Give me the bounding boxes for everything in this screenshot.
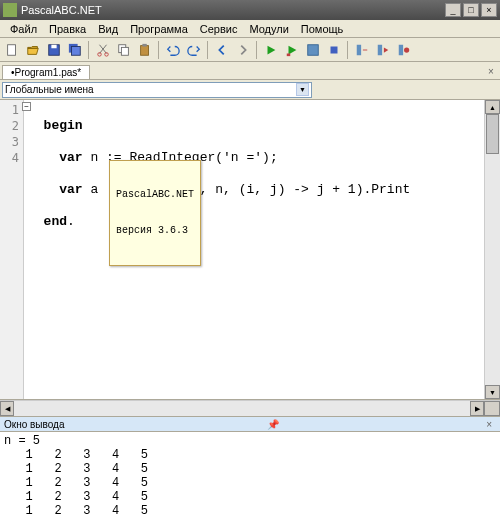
maximize-button[interactable]: □ (463, 3, 479, 17)
svg-rect-15 (378, 44, 382, 55)
step-out-button[interactable] (394, 40, 414, 60)
svg-rect-9 (141, 45, 149, 55)
svg-rect-11 (287, 53, 291, 56)
close-button[interactable]: × (481, 3, 497, 17)
svg-rect-4 (72, 46, 81, 55)
app-icon (3, 3, 17, 17)
output-panel[interactable]: n = 5 1 2 3 4 5 1 2 3 4 5 1 2 3 4 5 1 2 … (0, 432, 500, 517)
stop-button[interactable] (324, 40, 344, 60)
menu-bar: Файл Правка Вид Программа Сервис Модули … (0, 20, 500, 38)
svg-rect-2 (51, 44, 56, 48)
save-button[interactable] (44, 40, 64, 60)
svg-rect-16 (399, 44, 403, 55)
copy-button[interactable] (114, 40, 134, 60)
compile-button[interactable] (303, 40, 323, 60)
close-panel-button[interactable]: × (482, 419, 496, 430)
scroll-left-button[interactable]: ◀ (0, 401, 14, 416)
undo-button[interactable] (163, 40, 183, 60)
menu-modules[interactable]: Модули (243, 21, 294, 37)
scroll-right-button[interactable]: ▶ (470, 401, 484, 416)
svg-rect-14 (357, 44, 361, 55)
pin-icon[interactable]: 📌 (263, 419, 283, 430)
paste-button[interactable] (135, 40, 155, 60)
navigation-bar: Глобальные имена ▼ (0, 80, 500, 100)
scroll-down-button[interactable]: ▼ (485, 385, 500, 399)
nav-forward-button[interactable] (233, 40, 253, 60)
editor-tab[interactable]: •Program1.pas* (2, 65, 90, 79)
save-all-button[interactable] (65, 40, 85, 60)
scope-combo-label: Глобальные имена (5, 84, 94, 95)
svg-rect-13 (331, 46, 338, 53)
line-gutter: 1 2 3 4 (0, 100, 24, 399)
svg-rect-8 (121, 47, 128, 55)
editor-vscrollbar[interactable]: ▲ ▼ (484, 100, 500, 399)
close-tab-button[interactable]: × (484, 64, 498, 78)
menu-help[interactable]: Помощь (295, 21, 350, 37)
run-button[interactable] (261, 40, 281, 60)
menu-view[interactable]: Вид (92, 21, 124, 37)
scope-combo[interactable]: Глобальные имена ▼ (2, 82, 312, 98)
menu-edit[interactable]: Правка (43, 21, 92, 37)
menu-service[interactable]: Сервис (194, 21, 244, 37)
svg-point-17 (404, 47, 409, 52)
chevron-down-icon[interactable]: ▼ (296, 83, 309, 96)
output-panel-header: Окно вывода 📌 × (0, 416, 500, 432)
window-title: PascalABC.NET (21, 4, 445, 16)
step-over-button[interactable] (373, 40, 393, 60)
open-file-button[interactable] (23, 40, 43, 60)
nav-back-button[interactable] (212, 40, 232, 60)
svg-rect-12 (308, 44, 319, 55)
code-area[interactable]: begin var n := ReadInteger('n ='); var a… (24, 100, 484, 399)
editor-hscrollbar[interactable]: ◀ ▶ (0, 400, 500, 416)
output-title: Окно вывода (4, 419, 64, 430)
minimize-button[interactable]: _ (445, 3, 461, 17)
editor-tab-bar: •Program1.pas* × (0, 62, 500, 80)
menu-program[interactable]: Программа (124, 21, 194, 37)
step-into-button[interactable] (352, 40, 372, 60)
svg-rect-10 (142, 43, 146, 46)
toolbar (0, 38, 500, 62)
new-file-button[interactable] (2, 40, 22, 60)
code-editor[interactable]: 1 2 3 4 − begin var n := ReadInteger('n … (0, 100, 500, 400)
version-tooltip: PascalABC.NET версия 3.6.3 (109, 160, 201, 266)
window-titlebar: PascalABC.NET _ □ × (0, 0, 500, 20)
cut-button[interactable] (93, 40, 113, 60)
scroll-thumb[interactable] (486, 114, 499, 154)
redo-button[interactable] (184, 40, 204, 60)
run-no-debug-button[interactable] (282, 40, 302, 60)
scroll-up-button[interactable]: ▲ (485, 100, 500, 114)
menu-file[interactable]: Файл (4, 21, 43, 37)
svg-rect-0 (8, 44, 16, 55)
